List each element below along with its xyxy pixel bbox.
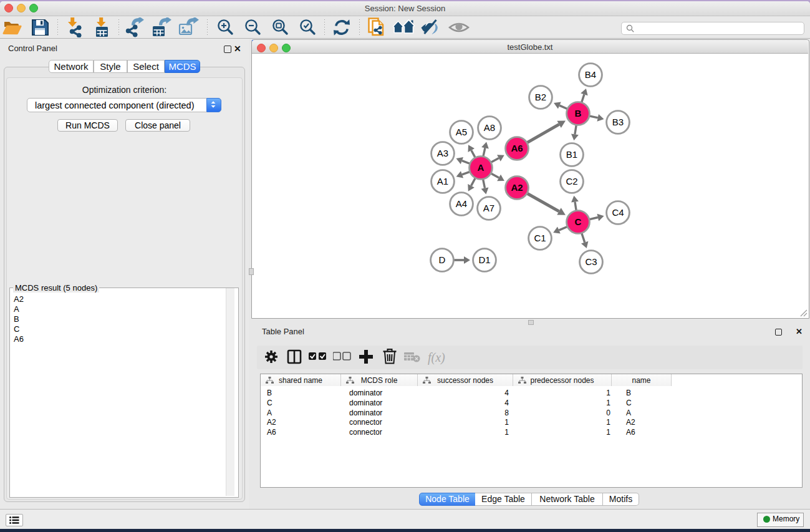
svg-text:A1: A1	[437, 176, 448, 186]
svg-text:C2: C2	[566, 176, 577, 186]
svg-text:B2: B2	[535, 92, 546, 102]
svg-text:C: C	[575, 216, 582, 227]
svg-text:D1: D1	[478, 254, 490, 265]
svg-text:B4: B4	[585, 69, 596, 80]
svg-text:C1: C1	[534, 233, 546, 243]
svg-text:A8: A8	[484, 122, 495, 133]
svg-text:A5: A5	[456, 127, 467, 137]
svg-text:A7: A7	[483, 203, 494, 213]
svg-text:A2: A2	[511, 182, 523, 193]
svg-text:B: B	[575, 108, 582, 118]
svg-text:B1: B1	[566, 149, 577, 160]
svg-text:A3: A3	[437, 148, 448, 158]
svg-text:D: D	[439, 254, 446, 265]
svg-text:C3: C3	[585, 256, 597, 267]
svg-text:A6: A6	[511, 143, 523, 153]
svg-text:B3: B3	[612, 117, 624, 127]
svg-text:A: A	[478, 162, 485, 173]
svg-text:C4: C4	[612, 207, 624, 218]
svg-text:A4: A4	[456, 198, 467, 209]
